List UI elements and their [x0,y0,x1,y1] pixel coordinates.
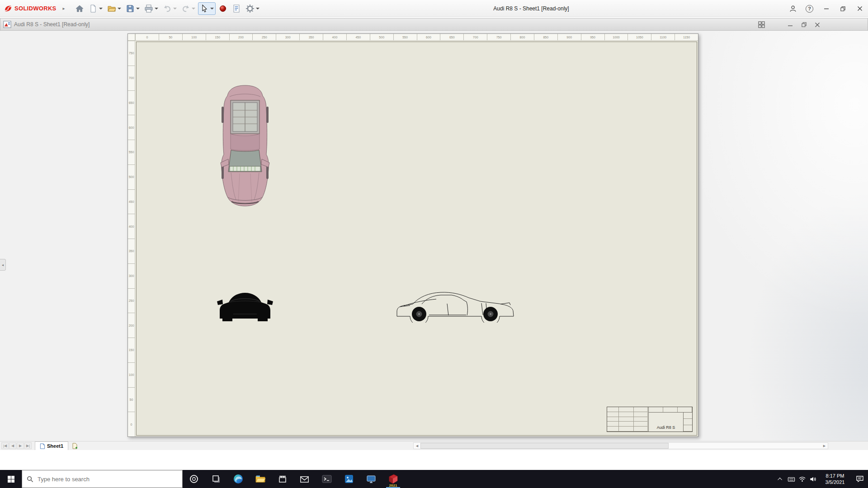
new-document-button[interactable] [87,2,104,15]
ruler-label: 1000 [604,34,628,40]
solidworks-logo-icon [4,4,13,13]
minimize-button[interactable] [818,0,835,17]
save-button[interactable] [124,2,142,15]
select-button[interactable] [198,2,216,15]
doc-restore-button[interactable] [797,20,811,30]
cortana-button[interactable] [183,470,205,488]
volume-button[interactable] [807,470,818,488]
ruler-label: 300 [276,34,299,40]
edge-button[interactable] [227,470,249,488]
chevron-down-icon[interactable] [99,8,103,9]
user-account-button[interactable] [784,0,801,17]
touch-keyboard-button[interactable] [786,470,797,488]
close-button[interactable] [851,0,868,17]
document-titlebar[interactable]: Audi R8 S - Sheet1 [Read-only] [0,18,868,31]
redo-button[interactable] [179,2,197,15]
file-explorer-button[interactable] [249,470,271,488]
network-button[interactable] [797,470,807,488]
previous-sheet-button[interactable]: ◀ [9,442,16,449]
taskbar-clock[interactable]: 8:17 PM 3/5/2021 [818,470,852,488]
restore-button[interactable] [835,0,851,17]
windows-logo-icon [8,476,14,483]
ruler-label: 150 [128,338,135,362]
ruler-label: 50 [128,387,135,412]
options-button[interactable] [244,2,261,15]
title-block-part-name: Audi R8 S [649,413,683,432]
action-center-icon [856,475,864,483]
scroll-left-button[interactable]: ◀ [414,443,420,449]
mail-button[interactable] [293,470,316,488]
ruler-label: 450 [346,34,370,40]
edge-icon [233,474,244,484]
horizontal-scrollbar[interactable]: ◀ ▶ [413,442,828,449]
tray-expand-button[interactable] [775,470,786,488]
cortana-icon [189,474,199,484]
car-side-view[interactable] [393,288,518,323]
scrollbar-thumb[interactable] [420,443,669,449]
save-icon [126,4,135,13]
add-sheet-button[interactable] [72,443,78,449]
undo-button[interactable] [161,2,179,15]
restore-icon [840,6,846,12]
monitor-icon [366,474,377,484]
scroll-right-button[interactable]: ▶ [821,443,828,449]
ruler-label: 700 [463,34,487,40]
viewport-layout-button[interactable] [755,20,768,30]
scrollbar-track[interactable] [420,443,821,449]
terminal-button[interactable] [316,470,338,488]
viewport-grid-icon [758,21,765,28]
ruler-label: 750 [128,41,135,66]
chevron-down-icon[interactable] [173,8,177,9]
chevron-down-icon[interactable] [256,8,259,9]
help-button[interactable]: ? [801,0,818,17]
sheet-paper[interactable]: Audi R8 S [135,41,698,436]
monitor-app-button[interactable] [360,470,382,488]
ruler-label: 50 [159,34,182,40]
ruler-label: 500 [128,164,135,189]
task-view-button[interactable] [205,470,227,488]
quick-access-toolbar [73,2,261,15]
clock-date: 3/5/2021 [826,479,845,485]
redo-icon [181,4,190,13]
chevron-down-icon[interactable] [118,8,121,9]
taskbar-app-icons: 2021 [183,470,404,488]
photos-button[interactable] [338,470,360,488]
sheet-bar: |◀ ◀ ▶ ▶| Sheet1 ◀ ▶ [0,441,868,450]
last-sheet-button[interactable]: ▶| [24,442,32,449]
menu-expand-icon[interactable]: ▸ [63,6,65,11]
graphics-area[interactable]: ◂ 05010015020025030035040045050055060065… [0,31,868,441]
car-top-view[interactable] [216,83,274,207]
home-button[interactable] [73,2,86,15]
solidworks-taskbar-button[interactable]: 2021 [382,470,404,488]
start-button[interactable] [0,470,22,488]
panel-expander[interactable]: ◂ [0,259,6,271]
next-sheet-button[interactable]: ▶ [17,442,24,449]
car-front-view[interactable] [217,286,273,323]
ruler-label: 850 [534,34,557,40]
new-document-icon [89,4,98,13]
chevron-down-icon[interactable] [155,8,158,9]
file-explorer-icon [255,474,266,484]
ruler-left: 7507006506005505004504003503002502001501… [128,41,135,436]
rebuild-button[interactable] [217,2,229,15]
doc-close-button[interactable] [811,20,824,30]
open-button[interactable] [105,2,123,15]
sheet-tab[interactable]: Sheet1 [35,441,68,450]
chevron-down-icon[interactable] [192,8,195,9]
search-input[interactable] [38,476,178,483]
chevron-down-icon[interactable] [210,8,214,9]
taskbar-search[interactable] [22,470,183,488]
doc-minimize-button[interactable] [783,20,797,30]
print-button[interactable] [142,2,160,15]
ruler-corner [128,34,135,41]
app-titlebar: SOLIDWORKS ▸ [0,0,868,17]
store-button[interactable] [271,470,293,488]
ruler-label: 0 [135,34,159,40]
chevron-down-icon[interactable] [136,8,140,9]
action-center-button[interactable] [852,470,868,488]
first-sheet-button[interactable]: |◀ [1,442,9,449]
file-properties-button[interactable] [230,2,243,15]
mail-icon [299,474,310,484]
solidworks-logo: SOLIDWORKS ▸ [0,4,69,13]
drawing-sheet[interactable]: 0501001502002503003504004505005506006507… [127,33,698,437]
